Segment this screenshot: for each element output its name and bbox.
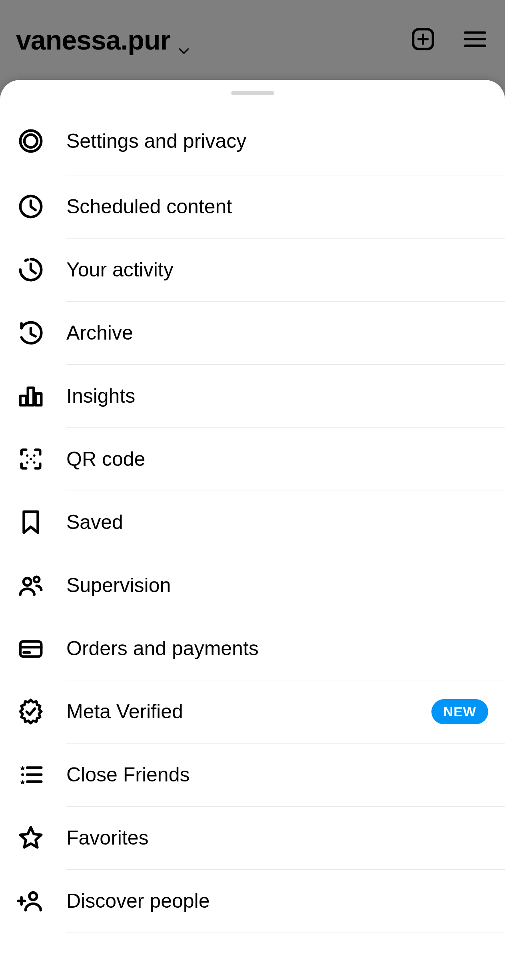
menu-item-settings[interactable]: Settings and privacy	[0, 107, 505, 175]
menu-item-close-friends[interactable]: Close Friends	[0, 743, 505, 806]
svg-point-13	[33, 454, 36, 457]
options-sheet: Settings and privacy Scheduled content Y…	[0, 80, 505, 980]
svg-marker-28	[20, 827, 42, 847]
menu-item-archive[interactable]: Archive	[0, 301, 505, 364]
menu-item-label: Insights	[66, 384, 135, 408]
menu-item-qr[interactable]: QR code	[0, 427, 505, 491]
menu-item-label: Meta Verified	[66, 700, 183, 723]
new-badge: NEW	[431, 699, 488, 724]
svg-rect-19	[20, 642, 42, 657]
menu-item-label: Saved	[66, 511, 123, 534]
menu-item-label: Discover people	[66, 889, 210, 912]
svg-point-12	[26, 454, 28, 457]
menu-item-saved[interactable]: Saved	[0, 491, 505, 554]
discover-people-icon	[17, 887, 45, 915]
svg-rect-9	[20, 396, 26, 405]
menu-item-label: Settings and privacy	[66, 129, 246, 153]
svg-point-16	[30, 458, 32, 460]
verified-badge-icon	[17, 698, 45, 726]
sheet-grabber[interactable]	[231, 91, 274, 95]
svg-marker-23	[20, 780, 25, 785]
menu-item-insights[interactable]: Insights	[0, 364, 505, 427]
activity-clock-icon	[17, 256, 45, 284]
bookmark-icon	[17, 508, 45, 536]
supervision-icon	[17, 571, 45, 599]
svg-point-29	[30, 893, 37, 900]
menu-item-discover[interactable]: Discover people	[0, 869, 505, 932]
menu-item-supervision[interactable]: Supervision	[0, 554, 505, 617]
menu-item-label: Your activity	[66, 258, 174, 281]
svg-point-17	[24, 578, 31, 586]
svg-point-15	[33, 461, 36, 464]
menu-item-label: Close Friends	[66, 763, 190, 786]
svg-point-27	[21, 773, 24, 776]
menu-item-label: Favorites	[66, 826, 149, 849]
menu-item-label: Orders and payments	[66, 637, 259, 660]
menu-item-verified[interactable]: Meta Verified NEW	[0, 680, 505, 743]
settings-gear-icon	[17, 127, 45, 155]
qr-code-icon	[17, 445, 45, 473]
menu-item-label: QR code	[66, 447, 145, 471]
credit-card-icon	[17, 634, 45, 662]
insights-icon	[17, 382, 45, 410]
star-icon	[17, 824, 45, 852]
menu-item-payments[interactable]: Orders and payments	[0, 617, 505, 680]
menu-item-label: Scheduled content	[66, 195, 232, 218]
svg-marker-22	[20, 766, 25, 771]
clock-icon	[17, 193, 45, 221]
svg-point-18	[34, 577, 39, 582]
menu-item-label: Archive	[66, 321, 133, 344]
close-friends-icon	[17, 761, 45, 789]
archive-icon	[17, 319, 45, 347]
svg-rect-10	[28, 388, 34, 406]
menu-item-scheduled[interactable]: Scheduled content	[0, 175, 505, 238]
options-menu: Settings and privacy Scheduled content Y…	[0, 107, 505, 932]
svg-point-14	[26, 461, 28, 464]
menu-item-label: Supervision	[66, 574, 171, 597]
menu-item-favorites[interactable]: Favorites	[0, 806, 505, 869]
svg-rect-11	[36, 394, 42, 405]
menu-item-activity[interactable]: Your activity	[0, 238, 505, 301]
svg-point-7	[24, 135, 37, 147]
